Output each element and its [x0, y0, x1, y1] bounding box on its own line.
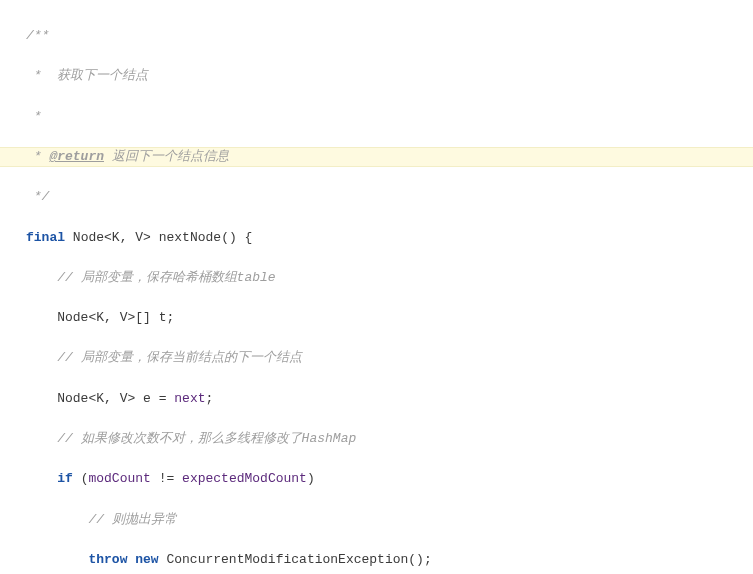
- kw-throw: throw: [88, 552, 127, 567]
- comment-throw-cme: // 则抛出异常: [88, 512, 176, 527]
- array-brackets: []: [135, 310, 151, 325]
- throw-cme: throw new ConcurrentModificationExceptio…: [26, 550, 753, 570]
- comma: ,: [104, 310, 120, 325]
- comma: ,: [120, 230, 136, 245]
- op-assign: =: [159, 391, 167, 406]
- type-node: Node: [73, 230, 104, 245]
- comment-localvar-t: // 局部变量，保存哈希桶数组table: [57, 270, 275, 285]
- field-modcount: modCount: [88, 471, 150, 486]
- var-t: t: [151, 310, 167, 325]
- doc-close: */: [26, 189, 49, 204]
- method-signature: final Node<K, V> nextNode() {: [26, 228, 753, 248]
- paren-open: (: [73, 471, 89, 486]
- doc-return-line: * @return 返回下一个结点信息: [0, 147, 753, 167]
- var-e: e: [135, 391, 158, 406]
- type-node: Node: [57, 391, 88, 406]
- comma: ,: [104, 391, 120, 406]
- type-k: K: [96, 391, 104, 406]
- class-cme: ConcurrentModificationException: [159, 552, 409, 567]
- semicolon: ;: [167, 310, 175, 325]
- angle-close: >: [143, 230, 151, 245]
- op-neq: !=: [151, 471, 182, 486]
- field-expectedmodcount: expectedModCount: [182, 471, 307, 486]
- kw-final: final: [26, 230, 65, 245]
- type-k: K: [96, 310, 104, 325]
- if-modcount: if (modCount != expectedModCount): [26, 469, 753, 489]
- decl-t: Node<K, V>[] t;: [26, 308, 753, 328]
- doc-open: /**: [26, 28, 49, 43]
- field-next: next: [167, 391, 206, 406]
- comment-modcount: // 如果修改次数不对，那么多线程修改了HashMap: [57, 431, 356, 446]
- semicolon: ;: [206, 391, 214, 406]
- paren-close: ): [307, 471, 315, 486]
- type-k: K: [112, 230, 120, 245]
- code-block: /** * 获取下一个结点 * * @return 返回下一个结点信息 */ f…: [0, 0, 753, 574]
- doc-line-2: *: [26, 109, 42, 124]
- doc-return-tag: @return: [49, 149, 104, 164]
- brace-open: {: [237, 230, 253, 245]
- comment-localvar-e: // 局部变量，保存当前结点的下一个结点: [57, 350, 301, 365]
- decl-e: Node<K, V> e = next;: [26, 389, 753, 409]
- method-name: nextNode: [151, 230, 221, 245]
- doc-line-1: * 获取下一个结点: [26, 68, 148, 83]
- kw-if: if: [57, 471, 73, 486]
- parens: (): [221, 230, 237, 245]
- angle-open: <: [104, 230, 112, 245]
- type-node: Node: [57, 310, 88, 325]
- type-v: V: [135, 230, 143, 245]
- tail-parens: ();: [408, 552, 431, 567]
- doc-return-prefix: *: [26, 149, 49, 164]
- doc-return-text: 返回下一个结点信息: [104, 149, 229, 164]
- kw-new: new: [127, 552, 158, 567]
